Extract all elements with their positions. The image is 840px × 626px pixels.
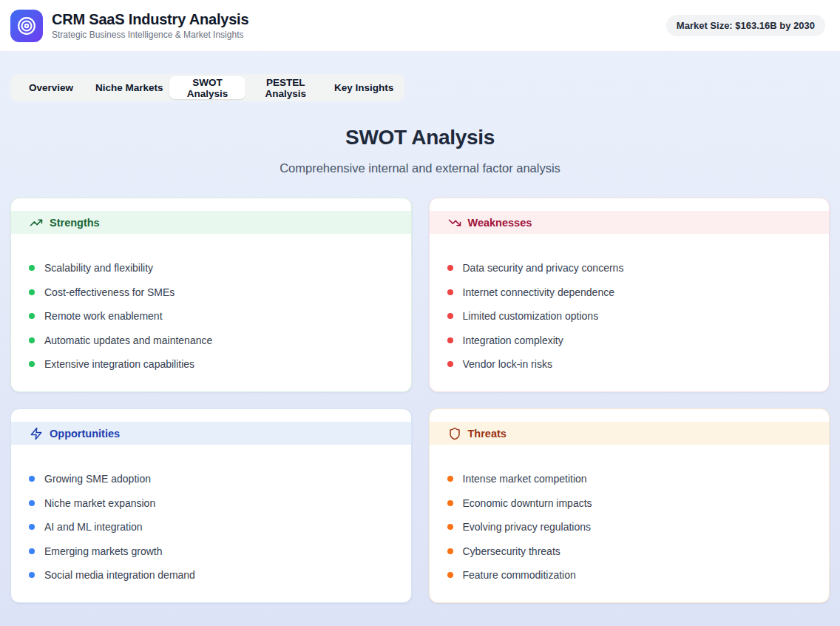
tab-swot-analysis[interactable]: SWOT Analysis <box>169 76 246 99</box>
target-icon <box>17 16 36 36</box>
list-item-text: Internet connectivity dependence <box>463 285 614 300</box>
list-item: Scalability and flexibility <box>29 260 393 275</box>
list-item: Remote work enablement <box>29 309 393 323</box>
card-title: Strengths <box>50 217 100 229</box>
bullet-icon <box>447 476 453 482</box>
list-item-text: Evolving privacy regulations <box>463 519 592 534</box>
list-item: Feature commoditization <box>447 568 812 582</box>
bullet-icon <box>29 313 35 319</box>
tab-bar: Overview Niche Markets SWOT Analysis PES… <box>10 74 404 101</box>
strengths-card-header: Strengths <box>11 211 411 234</box>
trending-down-icon <box>448 216 461 229</box>
bullet-icon <box>29 500 35 506</box>
list-item-text: Limited customization options <box>463 309 599 323</box>
list-item-text: Growing SME adoption <box>44 471 151 486</box>
bullet-icon <box>447 500 453 506</box>
page-subtitle: Comprehensive internal and external fact… <box>10 161 830 175</box>
list-item: Economic downturn impacts <box>447 496 812 511</box>
card-title: Opportunities <box>50 428 120 440</box>
card-title: Weaknesses <box>468 217 532 229</box>
list-item-text: Emerging markets growth <box>44 544 163 559</box>
opportunities-list: Growing SME adoptionNiche market expansi… <box>11 445 411 582</box>
bullet-icon <box>447 361 453 367</box>
strengths-card: Strengths Scalability and flexibilityCos… <box>10 198 412 392</box>
weaknesses-card-header: Weaknesses <box>430 211 830 234</box>
app-logo <box>10 10 43 42</box>
list-item-text: Extensive integration capabilities <box>44 357 194 371</box>
list-item: Limited customization options <box>447 309 812 323</box>
list-item: AI and ML integration <box>29 519 393 534</box>
list-item: Niche market expansion <box>29 496 393 511</box>
list-item: Internet connectivity dependence <box>447 285 812 300</box>
list-item-text: Social media integration demand <box>44 568 195 582</box>
list-item-text: Remote work enablement <box>44 309 163 323</box>
list-item: Evolving privacy regulations <box>447 519 812 534</box>
bullet-icon <box>447 337 453 343</box>
page-title: SWOT Analysis <box>10 126 830 149</box>
bullet-icon <box>447 572 453 578</box>
app-header: CRM SaaS Industry Analysis Strategic Bus… <box>0 0 840 52</box>
bullet-icon <box>447 524 453 530</box>
opportunities-card: Opportunities Growing SME adoptionNiche … <box>10 408 412 603</box>
threats-list: Intense market competitionEconomic downt… <box>430 445 830 582</box>
bullet-icon <box>29 548 35 554</box>
opportunities-card-header: Opportunities <box>11 422 411 445</box>
list-item-text: Niche market expansion <box>44 496 155 511</box>
list-item: Automatic updates and maintenance <box>29 333 393 348</box>
list-item: Cost-effectiveness for SMEs <box>29 285 393 300</box>
bullet-icon <box>29 361 35 367</box>
bullet-icon <box>29 265 35 271</box>
weaknesses-card: Weaknesses Data security and privacy con… <box>429 198 830 392</box>
list-item: Vendor lock-in risks <box>447 357 812 371</box>
market-size-badge: Market Size: $163.16B by 2030 <box>666 15 825 36</box>
list-item-text: Cost-effectiveness for SMEs <box>44 285 175 300</box>
swot-grid: Strengths Scalability and flexibilityCos… <box>10 198 830 603</box>
list-item: Intense market competition <box>447 471 812 486</box>
bullet-icon <box>29 289 35 295</box>
list-item: Data security and privacy concerns <box>447 260 812 275</box>
trending-up-icon <box>30 216 43 229</box>
shield-icon <box>448 427 461 440</box>
list-item: Extensive integration capabilities <box>29 357 393 371</box>
main-content: Overview Niche Markets SWOT Analysis PES… <box>0 74 840 603</box>
tab-key-insights[interactable]: Key Insights <box>325 76 402 99</box>
list-item: Cybersecurity threats <box>447 544 812 559</box>
tab-niche-markets[interactable]: Niche Markets <box>91 76 168 99</box>
list-item-text: Scalability and flexibility <box>44 260 153 275</box>
bullet-icon <box>29 524 35 530</box>
bullet-icon <box>447 548 453 554</box>
bullet-icon <box>29 572 35 578</box>
list-item-text: Integration complexity <box>463 333 563 348</box>
app-subtitle: Strategic Business Intelligence & Market… <box>52 30 666 40</box>
threats-card: Threats Intense market competitionEconom… <box>429 408 830 603</box>
list-item-text: Data security and privacy concerns <box>463 260 624 275</box>
list-item-text: Cybersecurity threats <box>463 544 560 559</box>
list-item-text: Vendor lock-in risks <box>463 357 552 371</box>
list-item-text: Automatic updates and maintenance <box>44 333 212 348</box>
tab-pestel-analysis[interactable]: PESTEL Analysis <box>247 76 324 99</box>
list-item: Integration complexity <box>447 333 812 348</box>
tab-overview[interactable]: Overview <box>13 76 89 99</box>
list-item-text: Intense market competition <box>463 471 587 486</box>
weaknesses-list: Data security and privacy concernsIntern… <box>430 234 830 371</box>
list-item-text: Economic downturn impacts <box>463 496 592 511</box>
list-item: Growing SME adoption <box>29 471 393 486</box>
bullet-icon <box>447 265 453 271</box>
threats-card-header: Threats <box>430 422 830 445</box>
strengths-list: Scalability and flexibilityCost-effectiv… <box>11 234 411 371</box>
bullet-icon <box>29 476 35 482</box>
bullet-icon <box>447 313 453 319</box>
list-item: Social media integration demand <box>29 568 393 582</box>
list-item-text: AI and ML integration <box>44 519 143 534</box>
bullet-icon <box>447 289 453 295</box>
bullet-icon <box>29 337 35 343</box>
app-title: CRM SaaS Industry Analysis <box>52 11 666 28</box>
zap-icon <box>30 427 43 440</box>
card-title: Threats <box>468 428 507 440</box>
list-item: Emerging markets growth <box>29 544 393 559</box>
list-item-text: Feature commoditization <box>463 568 576 582</box>
